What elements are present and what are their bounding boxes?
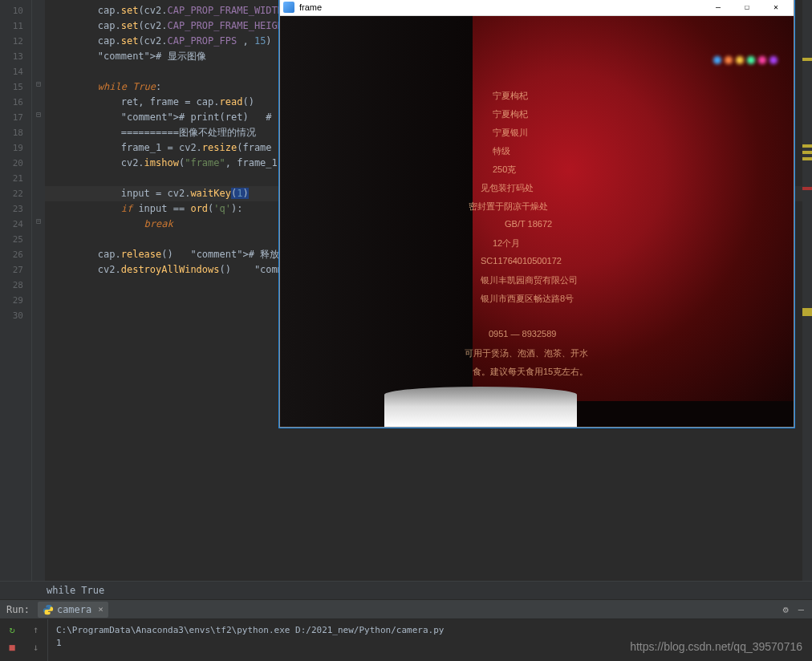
line-number[interactable]: 28 (0, 278, 31, 293)
line-number[interactable]: 25 (0, 232, 31, 247)
window-titlebar[interactable]: frame — ☐ ✕ (280, 0, 794, 16)
product-label-text: 见包装打码处 (481, 182, 534, 194)
product-label-text: GB/T 18672 (505, 219, 552, 229)
run-tab-close[interactable]: × (98, 604, 104, 614)
product-label-text: 宁夏枸杞 (493, 108, 528, 120)
run-tool-column-2: ↑ ↓ (24, 619, 48, 661)
line-number[interactable]: 15 (0, 79, 31, 95)
app-icon (283, 2, 294, 13)
down-icon[interactable]: ↓ (30, 642, 42, 653)
product-label-text: 特级 (493, 145, 510, 157)
product-label-text: 可用于煲汤、泡酒、泡茶、开水 (465, 347, 588, 359)
line-number[interactable]: 13 (0, 49, 31, 64)
product-label-text: 宁夏银川 (493, 127, 528, 139)
gear-icon[interactable]: ⚙ (783, 604, 789, 615)
minimize-button[interactable]: — (704, 0, 733, 15)
run-panel-label: Run: (6, 604, 30, 615)
line-number[interactable]: 12 (0, 34, 31, 49)
up-icon[interactable]: ↑ (30, 624, 42, 635)
run-header: Run: camera × ⚙ — (0, 599, 812, 619)
line-number[interactable]: 23 (0, 201, 31, 217)
fold-toggle[interactable]: ⊟ (34, 217, 43, 225)
product-label-text: SC11764010500172 (481, 256, 562, 266)
stop-icon[interactable]: ■ (6, 642, 18, 653)
fold-toggle[interactable]: ⊟ (34, 110, 43, 119)
product-label-text: 宁夏枸杞 (493, 90, 528, 102)
editor-scrollbar-markers[interactable] (802, 0, 812, 581)
line-number[interactable]: 11 (0, 18, 31, 34)
line-number[interactable]: 29 (0, 293, 31, 308)
line-number[interactable]: 17 (0, 110, 31, 125)
run-tool-column-1: ↻ ■ (0, 619, 24, 661)
watermark: https://blog.csdn.net/qq_39570716 (630, 640, 802, 653)
run-tab-name: camera (57, 604, 91, 615)
line-number[interactable]: 19 (0, 140, 31, 156)
product-label-text: 0951 — 8932589 (489, 329, 556, 339)
line-number[interactable]: 27 (0, 262, 31, 278)
breadcrumb-bar[interactable]: while True (0, 581, 812, 599)
breadcrumb-item[interactable]: while True (47, 585, 104, 596)
line-number[interactable]: 20 (0, 156, 31, 171)
console-line[interactable]: C:\ProgramData\Anaconda3\envs\tf2\python… (56, 624, 804, 637)
line-number[interactable]: 16 (0, 95, 31, 110)
line-number[interactable]: 14 (0, 64, 31, 79)
run-tab[interactable]: camera × (38, 602, 108, 618)
line-number[interactable]: 24 (0, 217, 31, 232)
opencv-frame-window[interactable]: frame — ☐ ✕ 宁夏枸杞宁夏枸杞宁夏银川特级250克见包装打码处密封置于… (279, 0, 794, 428)
line-number[interactable]: 10 (0, 3, 31, 18)
line-number[interactable]: 22 (0, 186, 31, 201)
rerun-icon[interactable]: ↻ (6, 624, 18, 635)
fold-gutter[interactable]: ⊟⊟⊟ (32, 0, 45, 581)
line-number[interactable]: 26 (0, 247, 31, 262)
close-button[interactable]: ✕ (761, 0, 790, 15)
product-label-text: 食。建议每天食用15克左右。 (473, 366, 588, 378)
line-number[interactable]: 21 (0, 171, 31, 186)
product-label-text: 密封置于阴凉干燥处 (469, 201, 548, 213)
line-number[interactable]: 30 (0, 308, 31, 323)
product-label-text: 银川市西夏区畅达路8号 (481, 293, 574, 305)
line-gutter[interactable]: 1011121314151617181920212223242526272829… (0, 0, 32, 581)
python-icon (43, 604, 54, 615)
fold-toggle[interactable]: ⊟ (34, 79, 43, 88)
maximize-button[interactable]: ☐ (733, 0, 761, 15)
camera-frame-content: 宁夏枸杞宁夏枸杞宁夏银川特级250克见包装打码处密封置于阴凉干燥处GB/T 18… (280, 16, 794, 427)
product-label-text: 250克 (493, 164, 516, 176)
minimize-panel-icon[interactable]: — (798, 604, 804, 615)
product-label-text: 银川丰凯园商贸有限公司 (481, 274, 578, 286)
product-label-text: 12个月 (493, 237, 520, 249)
window-title: frame (299, 2, 704, 12)
line-number[interactable]: 18 (0, 125, 31, 140)
